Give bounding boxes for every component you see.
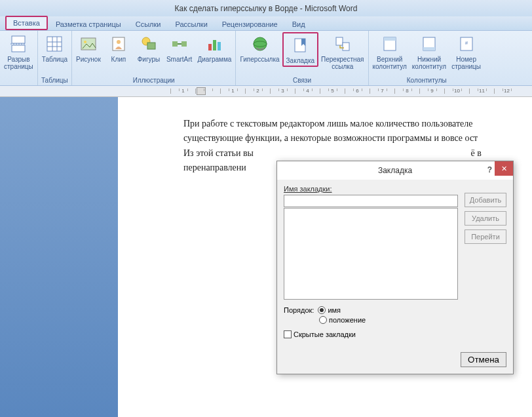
smartart-button[interactable]: SmartArt (164, 32, 195, 64)
radio-icon (319, 316, 327, 324)
smartart-icon (169, 33, 190, 54)
clip-icon (108, 33, 129, 54)
svg-text:#: # (465, 40, 468, 46)
horizontal-ruler[interactable]: 1 1 2 3 4 5 6 7 8 9 10 11 12 (0, 86, 532, 97)
sort-order-row: Порядок: имя (284, 306, 506, 314)
picture-icon (78, 33, 99, 54)
window-title: Как сделать гиперссылку в Ворде - Micros… (175, 4, 358, 13)
bookmark-list[interactable] (284, 208, 458, 300)
chart-icon (204, 33, 225, 54)
close-button[interactable]: ✕ (495, 161, 513, 176)
navigation-pane[interactable] (0, 97, 118, 417)
add-button[interactable]: Добавить (465, 193, 506, 207)
svg-rect-3 (47, 37, 62, 51)
group-links: Гиперссылка Закладка Перекрестная ссылка… (236, 31, 368, 85)
svg-rect-26 (384, 37, 396, 41)
svg-rect-24 (343, 43, 349, 50)
pagenum-icon: # (456, 33, 477, 54)
svg-rect-18 (213, 40, 216, 50)
svg-rect-13 (147, 43, 155, 49)
footer-icon (419, 33, 440, 54)
bookmark-button[interactable]: Закладка (282, 32, 318, 67)
pagenum-button[interactable]: # Номер страницы (449, 32, 484, 71)
tab-review[interactable]: Рецензирование (216, 18, 284, 30)
tab-references[interactable]: Ссылки (129, 18, 168, 30)
svg-rect-19 (218, 42, 221, 50)
svg-point-9 (84, 41, 86, 43)
svg-rect-8 (81, 38, 96, 50)
svg-rect-15 (181, 41, 187, 47)
bookmark-dialog: Закладка ? ✕ Имя закладки: Порядок: имя … (276, 161, 514, 374)
group-headerfooter: Верхний колонтитул Нижний колонтитул # Н… (369, 31, 485, 85)
page-break-icon (8, 33, 29, 54)
radio-icon (318, 306, 326, 314)
dialog-title-text: Закладка (378, 166, 412, 175)
hyperlink-button[interactable]: Гиперссылка (237, 32, 282, 64)
shapes-button[interactable]: Фигуры (134, 32, 164, 64)
page-break-button[interactable]: Разрыв страницы (1, 32, 36, 71)
footer-button[interactable]: Нижний колонтитул (409, 32, 449, 71)
hyperlink-icon (250, 33, 271, 54)
tab-view[interactable]: Вид (286, 18, 312, 30)
bookmark-name-label: Имя закладки: (284, 185, 506, 193)
chart-button[interactable]: Диаграмма (195, 32, 234, 64)
table-button[interactable]: Таблица (39, 32, 70, 64)
svg-rect-1 (12, 45, 25, 52)
bookmark-name-input[interactable] (284, 195, 458, 207)
header-button[interactable]: Верхний колонтитул (370, 32, 409, 71)
ribbon: Разрыв страницы Таблица Таблицы Рисунок … (0, 31, 532, 86)
group-illustrations: Рисунок Клип Фигуры SmartArt Диаграмма И… (72, 31, 236, 85)
tab-insert[interactable]: Вставка (5, 16, 48, 30)
shapes-icon (138, 33, 159, 54)
tab-page-layout[interactable]: Разметка страницы (49, 18, 128, 30)
svg-point-11 (117, 40, 121, 44)
order-position-radio[interactable]: положение (319, 316, 366, 324)
tab-mailings[interactable]: Рассылки (168, 18, 214, 30)
delete-button[interactable]: Удалить (465, 211, 506, 226)
table-icon (44, 33, 65, 54)
dialog-titlebar[interactable]: Закладка ? ✕ (277, 161, 513, 180)
order-name-radio[interactable]: имя (318, 306, 341, 314)
group-pagebreak: Разрыв страницы (0, 31, 38, 85)
checkbox-icon (284, 330, 292, 338)
clip-button[interactable]: Клип (104, 32, 134, 64)
hidden-bookmarks-checkbox[interactable]: Скрытые закладки (284, 330, 356, 338)
picture-button[interactable]: Рисунок (73, 32, 104, 64)
order-label: Порядок: (284, 306, 314, 314)
titlebar: Как сделать гиперссылку в Ворде - Micros… (0, 0, 532, 16)
cancel-button[interactable]: Отмена (461, 352, 506, 367)
group-tables: Таблица Таблицы (38, 31, 72, 85)
svg-rect-28 (423, 47, 435, 50)
goto-button[interactable]: Перейти (465, 229, 506, 244)
svg-rect-14 (172, 41, 178, 47)
crossref-button[interactable]: Перекрестная ссылка (318, 32, 366, 71)
crossref-icon (332, 33, 353, 54)
help-button[interactable]: ? (487, 165, 492, 174)
ribbon-tabs: Вставка Разметка страницы Ссылки Рассылк… (0, 16, 532, 31)
svg-rect-23 (336, 37, 343, 45)
bookmark-icon (290, 35, 311, 56)
header-icon (379, 33, 400, 54)
svg-rect-17 (208, 44, 212, 50)
svg-rect-0 (12, 36, 25, 43)
svg-point-20 (254, 37, 267, 50)
